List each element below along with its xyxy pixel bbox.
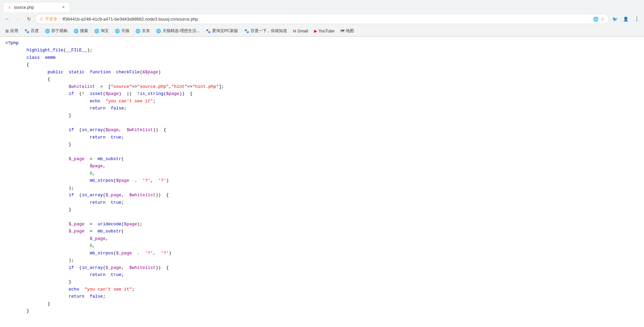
security-text: 不安全: [45, 16, 57, 22]
bookmark-gmail[interactable]: M Gmail: [290, 27, 311, 35]
bookmark-search-label: 搜索: [80, 28, 88, 34]
menu-button[interactable]: ⋮: [632, 14, 641, 24]
bookmark-suning[interactable]: 🌐 苏宁易购: [42, 27, 70, 35]
bookmark-youtube[interactable]: ▶ YouTube: [311, 27, 337, 35]
gmail-icon: M: [293, 29, 296, 33]
reload-button[interactable]: ↻: [24, 14, 34, 24]
tab-bar: ⚠ source.php ✕: [0, 0, 644, 12]
address-bar-icons: 🌐 ☆: [593, 17, 604, 22]
bookmark-maps-label: 地图: [346, 28, 354, 34]
taobao-icon: 🌐: [94, 29, 99, 33]
bookmark-maps[interactable]: 🗺 地图: [338, 27, 357, 35]
nav-right-icons: 🐦 👤 ⋮: [610, 14, 641, 24]
bookmark-tmall2-label: 天猫精选-理想生活...: [162, 28, 200, 34]
bookmark-taobao[interactable]: 🌐 淘宝: [92, 27, 111, 35]
tmall-icon: 🌐: [115, 29, 120, 33]
bookmark-youtube-label: YouTube: [318, 29, 334, 33]
address-bar[interactable]: ⚠ 不安全 | ff38441b-a248-41c9-a471-be3d43a9…: [35, 14, 609, 24]
security-warning-icon: ⚠: [40, 17, 43, 21]
suning-icon: 🌐: [45, 29, 50, 33]
tmall2-icon: 🌐: [156, 29, 161, 33]
nav-bar: ← → ↻ ⚠ 不安全 | ff38441b-a248-41c9-a471-be…: [0, 12, 644, 26]
address-separator: |: [59, 17, 60, 22]
bookmark-tmall2[interactable]: 🌐 天猫精选-理想生活...: [153, 27, 202, 35]
url-text: ff38441b-a248-41c9-a471-be3d43a98682.nod…: [62, 17, 591, 22]
bookmark-baiduyixia-label: 百度一下，你就知道: [251, 28, 287, 34]
aitaobao-icon: 🐾: [206, 29, 211, 33]
tab-close-button[interactable]: ✕: [60, 5, 66, 10]
bookmark-tmall[interactable]: 🌐 天猫: [112, 27, 132, 35]
apps-icon: ⊞: [5, 29, 9, 33]
bookmark-suning-label: 苏宁易购: [51, 28, 68, 34]
youtube-icon: ▶: [314, 29, 317, 33]
source-code: <?php highlight_file(__FILE__); class em…: [5, 40, 639, 315]
extension-icon[interactable]: 🐦: [610, 14, 620, 24]
bookmark-star-icon[interactable]: ☆: [600, 17, 604, 22]
page-content: <?php highlight_file(__FILE__); class em…: [0, 37, 644, 327]
bookmark-baiduyixia[interactable]: 🐾 百度一下，你就知道: [241, 27, 290, 35]
bookmark-taobao-label: 淘宝: [101, 28, 109, 34]
search-bk-icon: 🌐: [74, 29, 79, 33]
bookmark-apps-label: 应用: [10, 28, 18, 34]
baiduyixia-icon: 🐾: [244, 29, 249, 33]
bookmark-jd-label: 京东: [142, 28, 150, 34]
bookmark-baidu-label: 百度: [31, 28, 39, 34]
forward-button[interactable]: →: [14, 14, 23, 24]
bookmarks-bar: ⊞ 应用 🐾 百度 🌐 苏宁易购 🌐 搜索 🌐 淘宝 🌐 天猫 🌐 京东 🌐: [0, 26, 644, 36]
jd-icon: 🌐: [135, 29, 140, 33]
bookmark-baidu[interactable]: 🐾 百度: [22, 27, 42, 35]
back-button[interactable]: ←: [3, 14, 12, 24]
tab-title: source.php: [14, 5, 58, 10]
bookmark-search[interactable]: 🌐 搜索: [71, 27, 91, 35]
bookmark-apps[interactable]: ⊞ 应用: [3, 27, 21, 35]
bookmark-aitaobao[interactable]: 🐾 爱淘宝PC新版: [203, 27, 241, 35]
profile-icon[interactable]: 👤: [621, 14, 630, 24]
translate-icon[interactable]: 🌐: [593, 17, 598, 22]
bookmark-aitaobao-label: 爱淘宝PC新版: [212, 28, 238, 34]
bookmark-tmall-label: 天猫: [121, 28, 129, 34]
tab-favicon: ⚠: [7, 5, 12, 10]
bookmark-gmail-label: Gmail: [298, 29, 308, 33]
active-tab[interactable]: ⚠ source.php ✕: [3, 2, 70, 12]
bookmark-jd[interactable]: 🌐 京东: [133, 27, 153, 35]
maps-icon: 🗺: [340, 29, 344, 33]
baidu-icon: 🐾: [24, 29, 29, 33]
